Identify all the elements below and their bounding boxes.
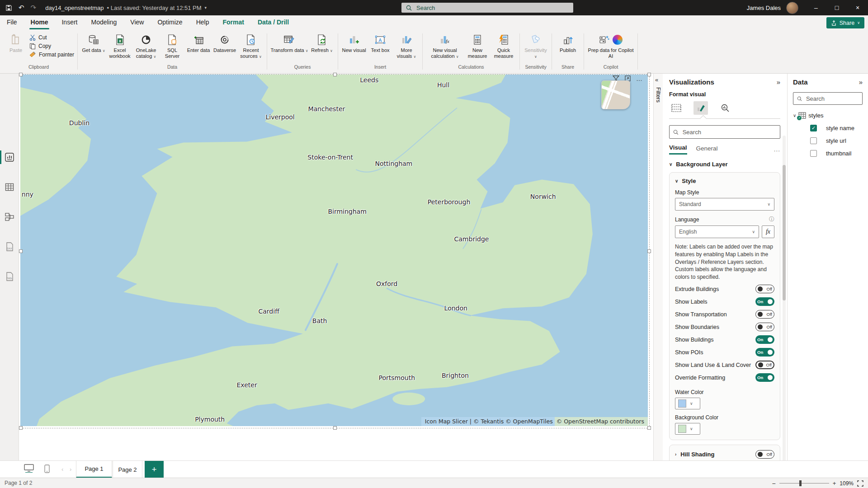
data-search[interactable] xyxy=(793,92,863,105)
show-land-use-toggle[interactable]: Off xyxy=(755,361,774,369)
search-input[interactable] xyxy=(415,4,553,12)
sql-server-button[interactable]: SQL Server xyxy=(160,32,185,59)
copy-button[interactable]: Copy xyxy=(29,43,74,49)
tmdl-view-button[interactable]: TMDL xyxy=(4,271,15,282)
format-tab[interactable] xyxy=(693,101,708,115)
previous-page-icon[interactable]: ‹ xyxy=(61,466,63,473)
share-button[interactable]: Share ∨ xyxy=(826,17,864,28)
menu-view[interactable]: View xyxy=(123,15,151,30)
show-labels-toggle[interactable]: On xyxy=(755,297,774,306)
excel-workbook-button[interactable]: X Excel workbook xyxy=(107,32,132,59)
menu-insert[interactable]: Insert xyxy=(55,15,84,30)
format-more-options-icon[interactable]: ... xyxy=(774,146,780,153)
quick-measure-button[interactable]: Quick measure xyxy=(491,32,516,59)
dataverse-button[interactable]: Dataverse xyxy=(212,32,237,53)
dax-query-view-button[interactable]: DAX xyxy=(4,241,15,253)
prep-data-copilot-button[interactable]: Prep data for Copilot AI xyxy=(587,32,634,59)
show-buildings-toggle[interactable]: On xyxy=(755,335,774,344)
expand-filters-icon[interactable]: « xyxy=(655,76,658,83)
map-style-select[interactable]: Standard ∨ xyxy=(675,198,774,211)
map-overview-thumbnail[interactable] xyxy=(601,80,630,109)
background-layer-expander[interactable]: ∨ Background Layer xyxy=(669,161,780,168)
maximize-button[interactable]: □ xyxy=(826,0,847,15)
field-checkbox[interactable] xyxy=(810,150,817,157)
undo-icon[interactable]: ↶ xyxy=(19,4,24,12)
publish-button[interactable]: Publish xyxy=(555,32,580,53)
global-search[interactable] xyxy=(401,3,573,13)
fit-to-page-icon[interactable] xyxy=(857,480,863,487)
transform-data-button[interactable]: Transform data ∨ xyxy=(270,32,308,53)
field-thumbnail-row[interactable]: thumbnail xyxy=(793,150,863,157)
show-boundaries-toggle[interactable]: Off xyxy=(755,323,774,331)
minimize-button[interactable]: – xyxy=(806,0,826,15)
menu-modeling[interactable]: Modeling xyxy=(84,15,123,30)
collapse-data-icon[interactable]: » xyxy=(859,78,863,86)
visualizations-scrollbar-thumb[interactable] xyxy=(783,165,786,300)
report-view-button[interactable] xyxy=(4,151,15,163)
zoom-in-icon[interactable]: + xyxy=(833,480,836,487)
zoom-slider-thumb[interactable] xyxy=(799,480,802,486)
model-view-button[interactable] xyxy=(4,211,15,223)
resize-handle[interactable] xyxy=(19,73,23,76)
recent-sources-button[interactable]: Recent sources ∨ xyxy=(238,32,264,59)
collapse-visualizations-icon[interactable]: » xyxy=(777,78,780,86)
menu-file[interactable]: File xyxy=(0,15,24,30)
resize-handle[interactable] xyxy=(333,73,337,76)
sensitivity-button[interactable]: Sensitivity∨ xyxy=(523,32,548,59)
background-color-picker[interactable]: ∨ xyxy=(675,423,700,435)
page-tab-1[interactable]: Page 1 xyxy=(76,461,112,478)
openstreetmap-visual[interactable]: LeedsHullManchesterLiverpoolDublinStoke-… xyxy=(20,75,648,426)
close-button[interactable]: × xyxy=(847,0,868,15)
style-section-expander[interactable]: ∨ Style xyxy=(675,178,774,184)
refresh-button[interactable]: Refresh ∨ xyxy=(309,32,335,53)
new-measure-button[interactable]: New measure xyxy=(465,32,490,59)
field-checkbox[interactable] xyxy=(810,137,817,144)
resize-handle[interactable] xyxy=(19,426,23,430)
menu-optimize[interactable]: Optimize xyxy=(151,15,189,30)
format-search[interactable] xyxy=(669,125,780,139)
avatar[interactable] xyxy=(786,2,798,14)
cut-button[interactable]: Cut xyxy=(29,34,74,41)
format-painter-button[interactable]: Format painter xyxy=(29,52,74,58)
resize-handle[interactable] xyxy=(19,249,23,253)
get-data-button[interactable]: Get data ∨ xyxy=(81,32,106,53)
table-styles-row[interactable]: ∨ ✓ styles xyxy=(793,112,863,119)
more-options-icon[interactable]: … xyxy=(636,77,643,80)
format-search-input[interactable] xyxy=(682,128,776,136)
resize-handle[interactable] xyxy=(647,426,651,430)
tab-general[interactable]: General xyxy=(696,145,718,154)
title-dropdown-icon[interactable]: ▾ xyxy=(205,5,207,10)
zoom-out-icon[interactable]: − xyxy=(772,480,776,487)
resize-handle[interactable] xyxy=(647,249,651,253)
text-box-button[interactable]: A Text box xyxy=(368,32,393,53)
show-pois-toggle[interactable]: On xyxy=(755,348,774,357)
extrude-buildings-toggle[interactable]: Off xyxy=(755,285,774,293)
field-style-url-row[interactable]: style url xyxy=(793,137,863,144)
new-visual-button[interactable]: New visual xyxy=(341,32,367,53)
redo-icon[interactable]: ↷ xyxy=(31,4,37,12)
hill-shading-toggle[interactable]: Off xyxy=(755,450,774,459)
resize-handle[interactable] xyxy=(647,73,651,76)
enter-data-button[interactable]: Enter data xyxy=(186,32,211,53)
field-checkbox-checked[interactable]: ✓ xyxy=(810,125,817,131)
next-page-icon[interactable]: › xyxy=(70,466,71,473)
field-style-name-row[interactable]: ✓ style name xyxy=(793,125,863,131)
analytics-tab[interactable] xyxy=(718,101,732,115)
zoom-slider[interactable] xyxy=(779,483,829,483)
page-tab-2[interactable]: Page 2 xyxy=(113,461,142,478)
menu-home[interactable]: Home xyxy=(24,15,55,30)
menu-data-drill[interactable]: Data / Drill xyxy=(251,15,296,30)
fields-tab[interactable] xyxy=(669,101,684,115)
water-color-picker[interactable]: ∨ xyxy=(675,398,700,409)
desktop-layout-button[interactable] xyxy=(24,464,34,473)
more-visuals-button[interactable]: More visuals ∨ xyxy=(394,32,419,59)
language-select[interactable]: English ∨ xyxy=(675,225,759,238)
override-formatting-toggle[interactable]: On xyxy=(755,373,774,382)
onelake-catalog-button[interactable]: OneLake catalog ∨ xyxy=(133,32,159,59)
resize-handle[interactable] xyxy=(333,426,337,430)
paste-button[interactable]: Paste xyxy=(3,32,28,53)
language-fx-button[interactable]: fx xyxy=(762,225,774,238)
info-icon[interactable]: ⓘ xyxy=(769,216,774,223)
menu-help[interactable]: Help xyxy=(189,15,216,30)
data-search-input[interactable] xyxy=(805,95,859,103)
